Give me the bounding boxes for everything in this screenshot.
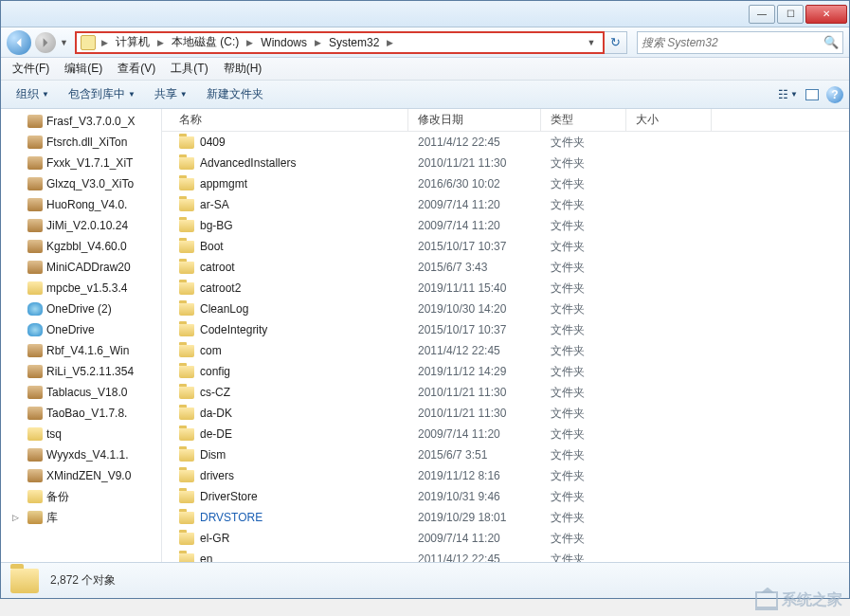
- cell-name: config: [162, 365, 408, 378]
- menu-file[interactable]: 文件(F): [5, 59, 57, 79]
- tree-item[interactable]: MiniCADDraw20: [1, 257, 161, 278]
- menu-help[interactable]: 帮助(H): [216, 59, 270, 79]
- file-row[interactable]: CleanLog2019/10/30 14:20文件夹: [162, 299, 849, 319]
- file-row[interactable]: catroot2015/6/7 3:43文件夹: [162, 257, 849, 278]
- file-row[interactable]: catroot22019/11/11 15:40文件夹: [162, 278, 849, 299]
- file-row[interactable]: drivers2019/11/12 8:16文件夹: [162, 465, 849, 486]
- cell-date: 2011/4/12 22:45: [408, 344, 541, 357]
- tree-item[interactable]: Frasf_V3.7.0.0_X: [1, 111, 161, 132]
- search-input[interactable]: [642, 36, 823, 49]
- folder-icon: [179, 408, 194, 420]
- breadcrumb-drive[interactable]: 本地磁盘 (C:): [166, 34, 244, 50]
- tree-item[interactable]: Glxzq_V3.0_XiTo: [1, 173, 161, 194]
- file-row[interactable]: config2019/11/12 14:29文件夹: [162, 361, 849, 382]
- tree-item[interactable]: TaoBao_V1.7.8.: [1, 403, 161, 424]
- tree-item[interactable]: mpcbe_v1.5.3.4: [1, 278, 161, 299]
- menu-edit[interactable]: 编辑(E): [57, 59, 110, 79]
- breadcrumb-computer[interactable]: 计算机: [110, 34, 155, 50]
- minimize-button[interactable]: —: [749, 5, 775, 24]
- tree-item[interactable]: RiLi_V5.2.11.354: [1, 361, 161, 382]
- tree-item[interactable]: JiMi_V2.0.10.24: [1, 215, 161, 236]
- tree-item[interactable]: OneDrive (2): [1, 299, 161, 319]
- header-size[interactable]: 大小: [626, 109, 712, 131]
- include-lib-button[interactable]: 包含到库中▼: [59, 83, 145, 105]
- refresh-button[interactable]: ↻: [605, 31, 627, 54]
- file-list[interactable]: 04092011/4/12 22:45文件夹AdvancedInstallers…: [162, 132, 849, 562]
- file-row[interactable]: en2011/4/12 22:45文件夹: [162, 549, 849, 562]
- address-bar[interactable]: ▶ 计算机 ▶ 本地磁盘 (C:) ▶ Windows ▶ System32 ▶…: [75, 31, 605, 54]
- list-icon: ☷: [778, 88, 788, 101]
- breadcrumb-system32[interactable]: System32: [323, 36, 385, 49]
- tree-item[interactable]: XMindZEN_V9.0: [1, 465, 161, 486]
- new-folder-button[interactable]: 新建文件夹: [197, 83, 273, 105]
- tree-item[interactable]: Fxxk_V1.7.1_XiT: [1, 153, 161, 173]
- expand-icon[interactable]: ▷: [12, 513, 19, 522]
- tree-item[interactable]: Kgzbbl_V4.60.0: [1, 236, 161, 257]
- tree-item[interactable]: HuoRong_V4.0.: [1, 194, 161, 215]
- maximize-button[interactable]: ☐: [777, 5, 804, 24]
- file-row[interactable]: appmgmt2016/6/30 10:02文件夹: [162, 173, 849, 194]
- search-icon[interactable]: 🔍: [823, 35, 839, 49]
- tree-item[interactable]: ▷库: [1, 507, 161, 528]
- file-name: catroot2: [200, 281, 241, 295]
- address-dropdown[interactable]: ▼: [584, 38, 599, 47]
- file-row[interactable]: 04092011/4/12 22:45文件夹: [162, 132, 849, 153]
- file-row[interactable]: de-DE2009/7/14 11:20文件夹: [162, 424, 849, 444]
- file-row[interactable]: da-DK2010/11/21 11:30文件夹: [162, 403, 849, 424]
- column-headers: 名称 修改日期 类型 大小: [162, 109, 849, 132]
- preview-pane-button[interactable]: [805, 89, 819, 100]
- close-button[interactable]: ✕: [805, 5, 847, 24]
- search-box[interactable]: 🔍: [637, 31, 843, 54]
- back-button[interactable]: [7, 30, 31, 55]
- folder-icon: [179, 387, 194, 399]
- forward-button[interactable]: [35, 32, 56, 53]
- file-row[interactable]: el-GR2009/7/14 11:20文件夹: [162, 528, 849, 549]
- tree-item[interactable]: tsq: [1, 424, 161, 444]
- toolbar: 组织▼ 包含到库中▼ 共享▼ 新建文件夹 ☷▼ ?: [1, 81, 849, 109]
- tree-item[interactable]: Rbf_V4.1.6_Win: [1, 340, 161, 361]
- header-name[interactable]: 名称: [162, 109, 408, 131]
- file-row[interactable]: CodeIntegrity2015/10/17 10:37文件夹: [162, 319, 849, 340]
- file-row[interactable]: Boot2015/10/17 10:37文件夹: [162, 236, 849, 257]
- file-row[interactable]: DriverStore2019/10/31 9:46文件夹: [162, 486, 849, 507]
- cell-type: 文件夹: [541, 489, 626, 505]
- tree-item[interactable]: Ftsrch.dll_XiTon: [1, 132, 161, 153]
- folder-icon: [179, 324, 194, 336]
- cell-type: 文件夹: [541, 343, 626, 359]
- rar-icon: [27, 219, 43, 232]
- tree-item[interactable]: Tablacus_V18.0: [1, 382, 161, 403]
- file-row[interactable]: AdvancedInstallers2010/11/21 11:30文件夹: [162, 153, 849, 173]
- view-mode-button[interactable]: ☷▼: [778, 88, 798, 101]
- nav-tree[interactable]: Frasf_V3.7.0.0_XFtsrch.dll_XiTonFxxk_V1.…: [1, 109, 162, 562]
- folder-icon: [179, 345, 194, 357]
- header-type[interactable]: 类型: [541, 109, 626, 131]
- help-button[interactable]: ?: [826, 86, 843, 103]
- cell-date: 2015/10/17 10:37: [408, 240, 541, 253]
- rar-icon: [27, 261, 43, 274]
- folder-icon: [179, 157, 194, 170]
- tree-item[interactable]: 备份: [1, 486, 161, 507]
- cell-name: de-DE: [162, 427, 408, 441]
- folder-icon: [81, 35, 96, 50]
- tree-item[interactable]: OneDrive: [1, 319, 161, 340]
- rar-icon: [27, 198, 43, 211]
- cell-type: 文件夹: [541, 155, 626, 172]
- file-row[interactable]: ar-SA2009/7/14 11:20文件夹: [162, 194, 849, 215]
- organize-button[interactable]: 组织▼: [7, 83, 59, 105]
- menu-tools[interactable]: 工具(T): [163, 59, 215, 79]
- share-button[interactable]: 共享▼: [145, 83, 197, 105]
- file-name: DriverStore: [200, 490, 258, 503]
- folder-icon: [179, 449, 194, 462]
- file-row[interactable]: Dism2015/6/7 3:51文件夹: [162, 444, 849, 465]
- history-dropdown[interactable]: ▼: [60, 38, 71, 47]
- file-row[interactable]: bg-BG2009/7/14 11:20文件夹: [162, 215, 849, 236]
- menu-view[interactable]: 查看(V): [110, 59, 163, 79]
- cell-type: 文件夹: [541, 406, 626, 422]
- file-row[interactable]: DRVSTORE2019/10/29 18:01文件夹: [162, 507, 849, 528]
- tree-item[interactable]: Wyyxds_V4.1.1.: [1, 444, 161, 465]
- file-row[interactable]: cs-CZ2010/11/21 11:30文件夹: [162, 382, 849, 403]
- file-row[interactable]: com2011/4/12 22:45文件夹: [162, 340, 849, 361]
- header-date[interactable]: 修改日期: [408, 109, 541, 131]
- cell-type: 文件夹: [541, 281, 626, 297]
- breadcrumb-windows[interactable]: Windows: [255, 36, 313, 49]
